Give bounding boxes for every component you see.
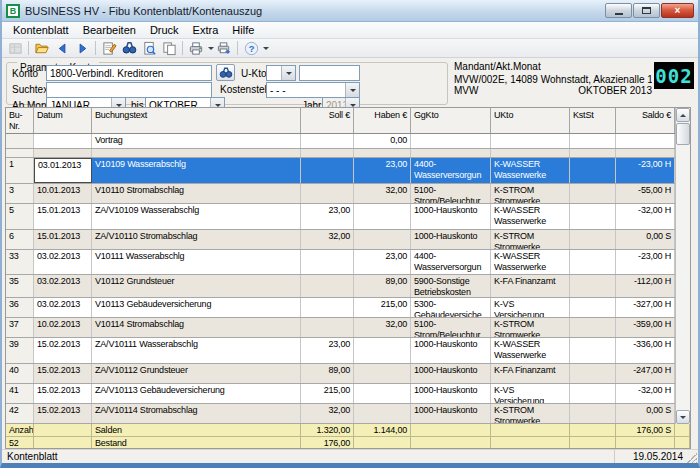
cell-ukto[interactable]: K-WASSER Wasserwerke [491, 338, 570, 363]
cell-saldo[interactable]: -336,00 H [616, 338, 675, 363]
cell-ukto[interactable] [491, 149, 570, 157]
preview-button[interactable] [139, 40, 159, 57]
cell-haben[interactable] [354, 230, 411, 249]
cell-saldo[interactable]: -23,00 H [616, 158, 675, 183]
cell-saldo[interactable] [616, 149, 675, 157]
cell-ggkto[interactable] [411, 437, 491, 449]
cell-soll[interactable] [301, 149, 354, 157]
cell-saldo[interactable]: -32,00 H [616, 204, 675, 229]
cell-ggkto[interactable]: 5100-Strom/Beleuchtur [411, 318, 491, 337]
cell-nr[interactable]: 39 [6, 338, 34, 363]
cell-date[interactable]: 15.01.2013 [34, 204, 92, 229]
close-button[interactable]: × [661, 3, 694, 18]
cell-ggkto[interactable]: 1000-Hauskonto [411, 404, 491, 423]
cell-haben[interactable]: 0,00 [354, 134, 411, 148]
cell-haben[interactable]: 32,00 [354, 318, 411, 337]
cell-saldo[interactable]: -55,00 H [616, 184, 675, 203]
cell-ggkto[interactable]: 4400-Wasserversorgun [411, 250, 491, 274]
cell-ggkto[interactable]: 5900-Sonstige Betriebskosten [411, 275, 491, 297]
vortrag-row[interactable]: Vortrag0,00 [6, 134, 675, 149]
cell-nr[interactable]: 33 [6, 250, 34, 274]
cell-ggkto[interactable]: 1000-Hauskonto [411, 364, 491, 383]
cell-saldo[interactable]: 0,00 S [616, 230, 675, 249]
print-export-button[interactable] [214, 40, 234, 57]
help-button[interactable]: ? [241, 40, 261, 57]
cell-ukto[interactable]: K-STROM Stromwerke [491, 404, 570, 423]
cell-text[interactable]: Bestand [92, 437, 301, 449]
menu-item-hilfe[interactable]: Hilfe [225, 23, 261, 37]
column-header-ukto[interactable]: UKto [491, 108, 570, 133]
table-row[interactable]: 3303.02.2013V10111 Wasserabschlg23,00440… [6, 250, 675, 275]
cell-text[interactable]: V10113 Gebäudeversicherung [92, 298, 301, 317]
table-row-selected[interactable]: 103.01.2013V10109 Wasserabschlg23,004400… [6, 158, 675, 184]
cell-text[interactable]: V10111 Wasserabschlg [92, 250, 301, 274]
cell-nr[interactable] [6, 149, 34, 157]
cell-saldo[interactable]: -112,00 H [616, 275, 675, 297]
cell-text[interactable]: Salden [92, 424, 301, 436]
cell-soll[interactable] [301, 158, 354, 183]
cell-saldo[interactable]: 0,00 S [616, 404, 675, 423]
cell-nr[interactable]: 41 [6, 384, 34, 403]
cell-ukto[interactable]: K-VS Versicherung [491, 298, 570, 317]
cell-soll[interactable] [301, 318, 354, 337]
find-button[interactable] [119, 40, 139, 57]
cell-date[interactable] [34, 437, 92, 449]
table-row[interactable]: 4115.02.2013ZA/V10113 Gebäudeversicherun… [6, 384, 675, 404]
scroll-thumb[interactable] [676, 123, 690, 145]
cell-ukto[interactable] [491, 134, 570, 148]
summary-row[interactable]: AnzahlSalden1.320,001.144,00176,00 S [6, 424, 690, 437]
cell-soll[interactable]: 23,00 [301, 338, 354, 363]
cell-saldo[interactable]: -23,00 H [616, 250, 675, 274]
scroll-down-button[interactable] [676, 410, 690, 424]
cell-kstst[interactable] [570, 338, 616, 363]
column-header-text[interactable]: Buchungstext [92, 108, 301, 133]
resize-grip[interactable] [687, 453, 697, 463]
cell-haben[interactable]: 23,00 [354, 158, 411, 183]
cell-kstst[interactable] [570, 158, 616, 183]
menu-item-bearbeiten[interactable]: Bearbeiten [76, 23, 143, 37]
cell-ukto[interactable]: K-WASSER Wasserwerke [491, 204, 570, 229]
cell-nr[interactable]: 5 [6, 204, 34, 229]
cell-text[interactable]: ZA/V10113 Gebäudeversicherung [92, 384, 301, 403]
cell-ggkto[interactable] [411, 424, 491, 436]
cell-haben[interactable] [354, 338, 411, 363]
table-row[interactable]: 3603.02.2013V10113 Gebäudeversicherung21… [6, 298, 675, 318]
cell-haben[interactable]: 89,00 [354, 275, 411, 297]
cell-ggkto[interactable]: 1000-Hauskonto [411, 384, 491, 403]
cell-kstst[interactable] [570, 437, 616, 449]
cell-nr[interactable]: 3 [6, 184, 34, 203]
cell-ukto[interactable]: K-FA Finanzamt [491, 275, 570, 297]
grid-header[interactable]: Bu-Nr.DatumBuchungstextSoll €Haben €GgKt… [6, 108, 675, 134]
cell-soll[interactable]: 89,00 [301, 364, 354, 383]
cell-soll[interactable]: 23,00 [301, 204, 354, 229]
cell-soll[interactable] [301, 134, 354, 148]
cell-haben[interactable] [354, 149, 411, 157]
cell-kstst[interactable] [570, 275, 616, 297]
cell-saldo[interactable]: 176,00 S [616, 424, 675, 436]
cell-text[interactable]: ZA/V10109 Wasserabschlg [92, 204, 301, 229]
cell-haben[interactable]: 1.144,00 [354, 424, 411, 436]
cell-text[interactable]: ZA/V10114 Stromabschlag [92, 404, 301, 423]
cell-ggkto[interactable]: 1000-Hauskonto [411, 204, 491, 229]
cell-date[interactable]: 03.02.2013 [34, 250, 92, 274]
cell-soll[interactable]: 32,00 [301, 230, 354, 249]
cell-date[interactable] [34, 424, 92, 436]
cell-ukto[interactable]: K-STROM Stromwerke [491, 230, 570, 249]
table-row[interactable]: 3710.02.2013V10114 Stromabschlag32,00510… [6, 318, 675, 338]
cell-ukto[interactable]: K-VS Versicherung [491, 384, 570, 403]
cell-nr[interactable]: 36 [6, 298, 34, 317]
cell-date[interactable]: 15.02.2013 [34, 364, 92, 383]
cell-date[interactable] [34, 149, 92, 157]
menu-item-kontenblatt[interactable]: Kontenblatt [6, 23, 76, 37]
cell-saldo[interactable]: -359,00 H [616, 318, 675, 337]
cell-text[interactable]: ZA/V10110 Stromabschlag [92, 230, 301, 249]
cell-ukto[interactable]: K-STROM Stromwerke [491, 318, 570, 337]
edit-button[interactable] [99, 40, 119, 57]
cell-ggkto[interactable]: 5300-Gebäudeversiche [411, 298, 491, 317]
cell-nr[interactable]: 37 [6, 318, 34, 337]
cell-ukto[interactable] [491, 437, 570, 449]
cell-haben[interactable]: 23,00 [354, 250, 411, 274]
cell-haben[interactable]: 215,00 [354, 298, 411, 317]
cell-text[interactable]: V10112 Grundsteuer [92, 275, 301, 297]
cell-date[interactable] [34, 134, 92, 148]
